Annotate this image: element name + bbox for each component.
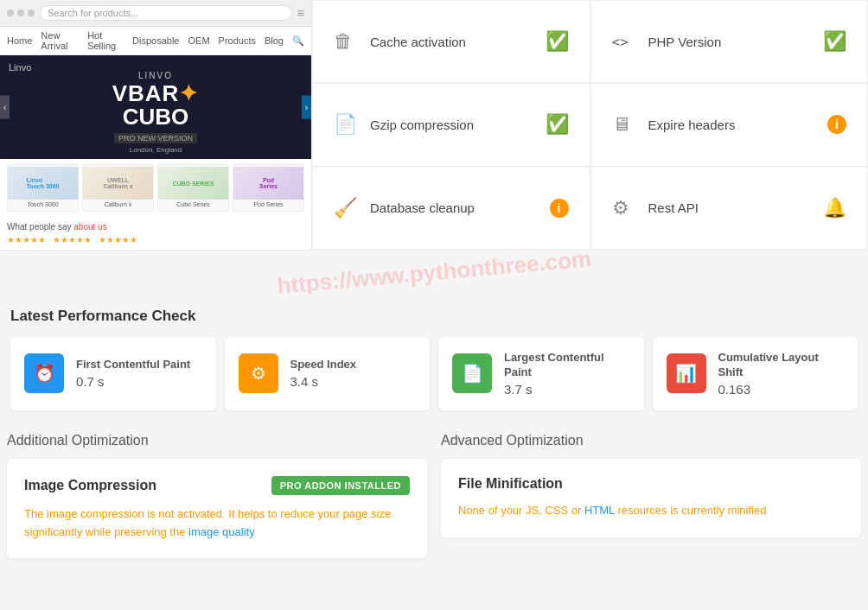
bottom-sections: Additional Optimization Image Compressio…	[0, 419, 868, 573]
html-link[interactable]: HTML	[584, 504, 615, 517]
advanced-opt-title: Advanced Optimization	[441, 433, 861, 448]
stars-1: ★★★★★	[7, 235, 46, 245]
cache-status: ✅	[546, 30, 569, 53]
advanced-optimization-panel: Advanced Optimization File Minification …	[441, 433, 861, 559]
stars-2: ★★★★★	[53, 235, 92, 245]
php-status: ✅	[823, 30, 846, 53]
file-min-header: File Minification	[458, 476, 844, 492]
lcp-icon: 📄	[452, 353, 492, 393]
cls-value: 0.163	[718, 382, 845, 397]
fcp-icon: ⏰	[24, 353, 64, 393]
browser-search-bar[interactable]: Search for products...	[40, 5, 292, 21]
performance-section: Latest Performance Check ⏰ First Content…	[0, 294, 868, 419]
perf-card-si: ⚙ Speed Index 3.4 s	[225, 337, 431, 410]
cls-icon: 📊	[667, 353, 706, 393]
hero-next-btn[interactable]: ›	[302, 96, 311, 119]
opt-cards-grid: 🗑 Cache activation ✅ <> PHP Version ✅ 📄 …	[311, 0, 868, 250]
product-card-3: CUBO SERIES Cubo Series	[157, 164, 229, 212]
nav-home[interactable]: Home	[7, 35, 32, 46]
hero-location: London, England	[130, 146, 182, 154]
opt-card-db: 🧹 Database cleanup i	[312, 167, 590, 250]
product-card-2: UWELLCaliburn x Caliburn x	[82, 164, 154, 212]
db-label: Database cleanup	[370, 200, 538, 215]
si-title: Speed Index	[290, 358, 417, 372]
browser-dots	[7, 10, 35, 16]
lcp-value: 3.7 s	[504, 382, 630, 397]
si-value: 3.4 s	[290, 374, 417, 389]
hero-logo: Linvo	[9, 62, 31, 73]
expire-status: i	[827, 115, 846, 134]
product-card-4: PodSeries Pod Series	[233, 164, 304, 212]
cache-icon: 🗑	[334, 30, 358, 53]
opt-card-expire: 🖥 Expire headers i	[590, 83, 869, 166]
file-min-desc: None of your JS, CSS or HTML resources i…	[458, 502, 844, 520]
img-compression-title: Image Compression	[24, 478, 156, 493]
nav-search-icon[interactable]: 🔍	[292, 35, 304, 47]
hero-prev-btn[interactable]: ‹	[0, 96, 10, 119]
perf-cards-row: ⏰ First Contentful Paint 0.7 s ⚙ Speed I…	[7, 337, 861, 410]
browser-menu-icon: ≡	[297, 6, 304, 20]
opt-card-gzip: 📄 Gzip compression ✅	[312, 83, 590, 166]
additional-optimization-panel: Additional Optimization Image Compressio…	[7, 433, 427, 559]
watermark-section: https://www.pythonthree.com	[0, 251, 868, 294]
nav-hot[interactable]: Hot Selling	[87, 30, 124, 51]
file-min-title: File Minification	[458, 476, 563, 492]
opt-card-php: <> PHP Version ✅	[590, 0, 869, 83]
nav-prod[interactable]: Products	[219, 35, 256, 46]
stars-row: ★★★★★ ★★★★★ ★★★★★	[7, 235, 304, 245]
db-icon: 🧹	[334, 197, 358, 219]
site-nav: Home New Arrival Hot Selling Disposable …	[0, 27, 311, 55]
website-preview: Search for products... ≡ Home New Arriva…	[0, 0, 311, 250]
testimonial-link[interactable]: about us	[73, 222, 106, 232]
watermark-text: https://www.pythonthree.com	[276, 251, 592, 294]
fcp-value: 0.7 s	[76, 374, 202, 389]
api-status: 🔔	[823, 197, 846, 219]
expire-label: Expire headers	[648, 118, 816, 132]
gzip-icon: 📄	[334, 113, 358, 136]
php-label: PHP Version	[648, 35, 812, 49]
nav-disp[interactable]: Disposable	[132, 35, 179, 46]
nav-oem[interactable]: OEM	[188, 35, 209, 46]
pro-addon-badge: PRO ADDON INSTALLED	[271, 476, 410, 495]
advanced-opt-card: File Minification None of your JS, CSS o…	[441, 459, 861, 537]
opt-card-api: ⚙ Rest API 🔔	[590, 167, 869, 250]
lcp-title: Largest Contentful Paint	[504, 351, 630, 380]
cache-label: Cache activation	[370, 35, 533, 49]
stars-3: ★★★★★	[99, 235, 137, 245]
img-quality-link[interactable]: image quality	[188, 525, 255, 538]
gzip-label: Gzip compression	[370, 118, 533, 132]
api-icon: ⚙	[612, 197, 636, 219]
nav-new[interactable]: New Arrival	[41, 30, 79, 51]
perf-card-fcp: ⏰ First Contentful Paint 0.7 s	[10, 337, 216, 410]
nav-blog[interactable]: Blog	[265, 35, 284, 46]
testimonial-text: What people say about us	[7, 222, 304, 232]
additional-opt-card: Image Compression PRO ADDON INSTALLED Th…	[7, 459, 427, 559]
cls-title: Cumulative Layout Shift	[718, 351, 845, 380]
fcp-title: First Contentful Paint	[76, 358, 202, 372]
img-compression-desc: The image compression is not activated. …	[24, 505, 410, 542]
product-card-1: LinvoTouch 3000 Touch 3000	[7, 164, 79, 212]
expire-icon: 🖥	[612, 113, 636, 136]
perf-card-lcp: 📄 Largest Contentful Paint 3.7 s	[438, 337, 644, 410]
php-icon: <>	[612, 34, 636, 50]
site-hero: Linvo LINVO VBAR✦ CUBO PRO NEW VERSION ‹…	[0, 55, 311, 159]
si-icon: ⚙	[239, 353, 278, 393]
opt-card-cache: 🗑 Cache activation ✅	[312, 0, 590, 83]
additional-opt-title: Additional Optimization	[7, 433, 427, 448]
img-compression-header: Image Compression PRO ADDON INSTALLED	[24, 476, 410, 495]
testimonial-section: What people say about us ★★★★★ ★★★★★ ★★★…	[0, 217, 311, 250]
perf-section-title: Latest Performance Check	[7, 308, 861, 325]
products-row: LinvoTouch 3000 Touch 3000 UWELLCaliburn…	[0, 159, 311, 217]
perf-card-cls: 📊 Cumulative Layout Shift 0.163	[653, 337, 858, 410]
api-label: Rest API	[648, 200, 812, 215]
gzip-status: ✅	[546, 113, 569, 136]
db-status: i	[550, 199, 569, 218]
